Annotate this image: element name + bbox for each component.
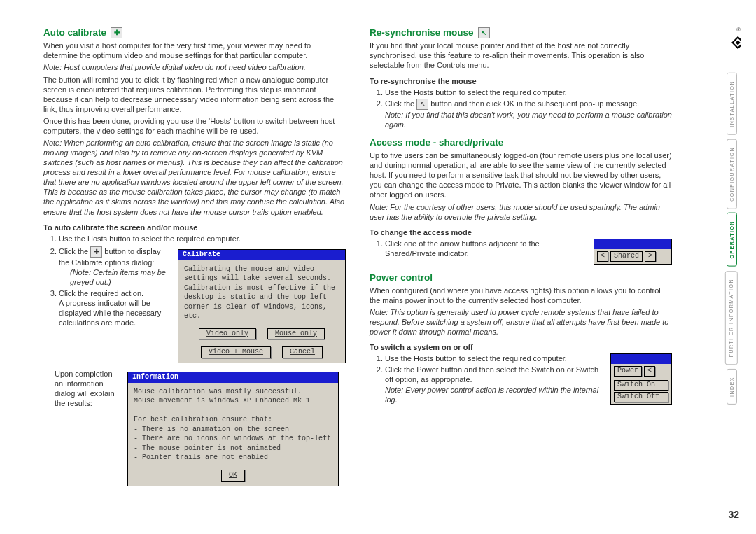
next-arrow-button[interactable]: > (645, 251, 656, 262)
note: Note: This option is generally used to p… (370, 307, 672, 337)
widget-titlebar (611, 354, 671, 364)
step: Click the ↖ button and then click OK in … (385, 99, 672, 129)
steps-list: Click one of the arrow buttons adjacent … (370, 239, 587, 258)
text: Mouse movement is Windows XP Enhanced Mk… (134, 396, 332, 406)
note: Note: Every power control action is reco… (385, 385, 603, 405)
text: Click the required action. (59, 289, 144, 297)
text: Click the (385, 99, 416, 108)
note: (Note: Certain items may be greyed out.) (70, 267, 171, 287)
video-only-button[interactable]: Video only (199, 328, 256, 340)
heading-text: Auto calibrate (43, 27, 106, 38)
heading-auto-calibrate: Auto calibrate ✚ (43, 27, 346, 38)
widget-titlebar (594, 239, 671, 249)
text: For best calibration ensure that: (134, 415, 332, 425)
para: Up to five users can be simultaneously l… (370, 150, 672, 199)
calibrate-dialog: Calibrate Calibrating the mouse and vide… (178, 249, 346, 363)
video-mouse-button[interactable]: Video + Mouse (201, 346, 271, 358)
subheading: To re-synchronise the mouse (370, 76, 672, 86)
para: When configured (and where you have acce… (370, 286, 672, 305)
note: Note: When performing an auto calibratio… (43, 138, 346, 217)
heading-power: Power control (370, 272, 672, 283)
para: Upon completion an information dialog wi… (55, 369, 120, 408)
power-menu-widget: Power < Switch On Switch Off (610, 353, 672, 404)
switch-on-option[interactable]: Switch On (614, 380, 668, 391)
access-mode-label: Shared (610, 251, 643, 262)
shared-private-widget: < Shared > (594, 239, 672, 265)
registered-mark: ® (736, 27, 741, 33)
switch-off-option[interactable]: Switch Off (614, 392, 668, 402)
resync-icon: ↖ (416, 99, 428, 110)
tab-operation[interactable]: OPERATION (727, 213, 737, 267)
dialog-title: Calibrate (178, 250, 345, 260)
steps-list: Use the Hosts button to select the requi… (370, 87, 672, 129)
note: Note: For the courtesy of other users, t… (370, 202, 672, 222)
information-dialog: Information Mouse calibration was mostly… (127, 372, 339, 486)
text: Mouse calibration was mostly successful. (134, 387, 332, 397)
step: Click the required action. A progress in… (59, 288, 171, 328)
heading-resync: Re-synchronise mouse ↖ (370, 27, 672, 38)
dialog-title: Information (128, 372, 338, 383)
power-button[interactable]: Power (614, 366, 642, 377)
note: Note: If you find that this doesn't work… (385, 110, 672, 129)
brand-logo (722, 34, 741, 52)
para: Once this has been done, providing you u… (43, 116, 346, 136)
text: button and then click OK in the subseque… (428, 99, 639, 108)
text: - There are no icons or windows at the t… (134, 434, 332, 444)
prev-arrow-button[interactable]: < (644, 366, 655, 377)
para: When you visit a host computer for the v… (43, 41, 346, 60)
subheading: To auto calibrate the screen and/or mous… (43, 223, 346, 232)
prev-arrow-button[interactable]: < (597, 251, 608, 262)
text: - Pointer trails are not enabled (134, 453, 332, 463)
step: Click the Power button and then select t… (385, 365, 603, 404)
steps-list: Use the Hosts button to select the requi… (43, 234, 346, 244)
tab-installation[interactable]: INSTALLATION (727, 73, 737, 135)
subheading: To switch a system on or off (370, 342, 672, 352)
cancel-button[interactable]: Cancel (282, 346, 323, 358)
text: - There is no animation on the screen (134, 425, 332, 435)
step: Use the Hosts button to select the requi… (385, 87, 672, 97)
resync-icon: ↖ (478, 27, 490, 38)
tab-further-info[interactable]: FURTHER INFORMATION (725, 271, 738, 365)
step: Use the Hosts button to select the requi… (385, 353, 603, 363)
dialog-body: Mouse calibration was mostly successful.… (128, 383, 338, 467)
heading-text: Re-synchronise mouse (370, 27, 474, 38)
mouse-only-button[interactable]: Mouse only (267, 328, 325, 340)
note: Note: Host computers that provide digita… (43, 62, 346, 72)
left-column: Auto calibrate ✚ When you visit a host c… (43, 27, 346, 486)
text: - The mouse pointer is not animated (134, 444, 332, 454)
tab-index[interactable]: INDEX (727, 369, 737, 405)
sidebar-nav: INSTALLATION CONFIGURATION OPERATION FUR… (722, 34, 741, 409)
text: Click the Power button and then select t… (385, 365, 598, 384)
ok-button[interactable]: OK (221, 470, 245, 482)
dialog-body: Calibrating the mouse and video settings… (178, 260, 345, 325)
step: Use the Hosts button to select the requi… (59, 234, 346, 244)
page-number: 32 (728, 509, 739, 520)
steps-list: Use the Hosts button to select the requi… (370, 353, 603, 404)
calibrate-icon: ✚ (111, 27, 122, 38)
para: The button will remind you to click it b… (43, 75, 346, 114)
subheading: To change the access mode (370, 227, 672, 237)
right-column: Re-synchronise mouse ↖ If you find that … (370, 27, 672, 486)
heading-access: Access mode - shared/private (370, 136, 672, 148)
step: Click one of the arrow buttons adjacent … (385, 239, 587, 258)
text: Click the (59, 247, 90, 255)
calibrate-icon: ✚ (90, 246, 102, 258)
steps-list: Click the ✚ button to display the Calibr… (43, 246, 171, 328)
step: Click the ✚ button to display the Calibr… (59, 246, 171, 287)
para: A progress indicator will be displayed w… (59, 298, 171, 328)
tab-configuration[interactable]: CONFIGURATION (727, 139, 737, 209)
para: If you find that your local mouse pointe… (370, 41, 672, 70)
